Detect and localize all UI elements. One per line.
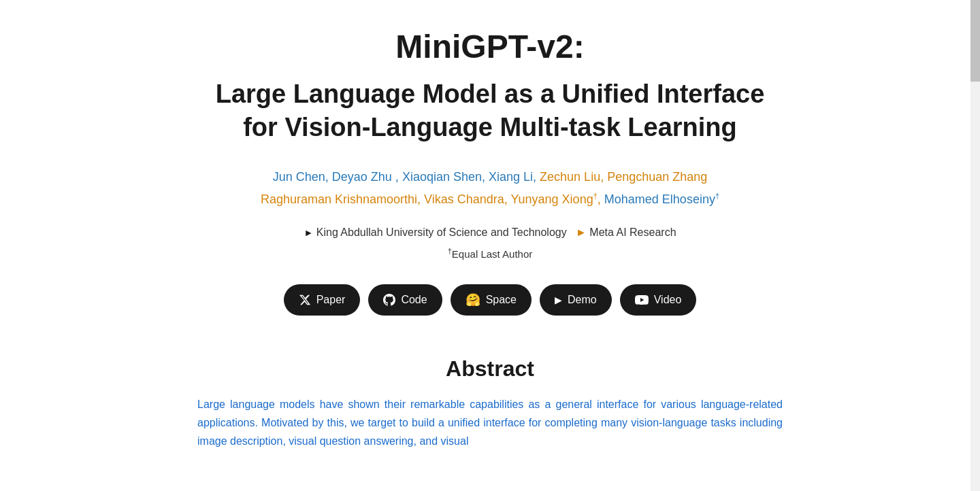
triangle-icon-2: ► [576, 226, 587, 238]
author-jun-chen: Jun Chen, [273, 170, 329, 184]
demo-button-label: Demo [568, 294, 597, 306]
action-buttons-row: Paper Code 🤗 Space ▶ Demo Video [197, 284, 783, 316]
affiliations-block: ► King Abdullah University of Science an… [197, 224, 783, 241]
paper-button-label: Paper [316, 294, 346, 306]
author-deyao-zhu: Deyao Zhu , [332, 170, 399, 184]
paper-title-main: MiniGPT-v2: [197, 27, 783, 67]
affiliation-meta: Meta AI Research [589, 226, 676, 238]
play-icon: ▶ [555, 294, 562, 305]
triangle-icon-1: ► [304, 227, 313, 238]
video-button[interactable]: Video [620, 284, 697, 316]
author-xiaoqian-shen: Xiaoqian Shen, [402, 170, 485, 184]
author-zechun-liu: Zechun Liu, [540, 170, 604, 184]
youtube-icon [635, 295, 649, 305]
emoji-icon: 🤗 [466, 292, 480, 307]
paper-title-sub: Large Language Model as a Unified Interf… [197, 78, 783, 145]
author-raghuraman: Raghuraman Krishnamoorthi, [261, 192, 421, 206]
code-button[interactable]: Code [368, 284, 442, 316]
abstract-text: Large language models have shown their r… [197, 395, 783, 451]
code-button-label: Code [401, 294, 427, 306]
authors-block: Jun Chen, Deyao Zhu , Xiaoqian Shen, Xia… [197, 166, 783, 210]
authors-line2: Raghuraman Krishnamoorthi, Vikas Chandra… [197, 188, 783, 210]
paper-button[interactable]: Paper [284, 284, 361, 316]
equal-author-note: †Equal Last Author [197, 247, 783, 260]
space-button-label: Space [486, 294, 517, 306]
x-icon [299, 294, 311, 306]
abstract-title: Abstract [197, 356, 783, 382]
author-pengchuan-zhang: Pengchuan Zhang [607, 170, 707, 184]
author-vikas-chandra: Vikas Chandra, [424, 192, 508, 206]
author-xiang-li: Xiang Li, [489, 170, 536, 184]
video-button-label: Video [654, 294, 682, 306]
demo-button[interactable]: ▶ Demo [540, 284, 612, 316]
author-mohamed-elhoseiny: Mohamed Elhoseiny† [604, 192, 719, 206]
author-yunyang-xiong: Yunyang Xiong†, [511, 192, 601, 206]
github-icon [383, 294, 395, 306]
scrollbar-track[interactable] [970, 0, 980, 491]
affiliation-kaust: King Abdullah University of Science and … [316, 226, 567, 238]
page-wrapper: MiniGPT-v2: Large Language Model as a Un… [184, 0, 796, 477]
scrollbar-thumb[interactable] [970, 0, 980, 82]
authors-line1: Jun Chen, Deyao Zhu , Xiaoqian Shen, Xia… [197, 166, 783, 188]
abstract-section: Abstract Large language models have show… [197, 356, 783, 451]
space-button[interactable]: 🤗 Space [451, 284, 532, 316]
